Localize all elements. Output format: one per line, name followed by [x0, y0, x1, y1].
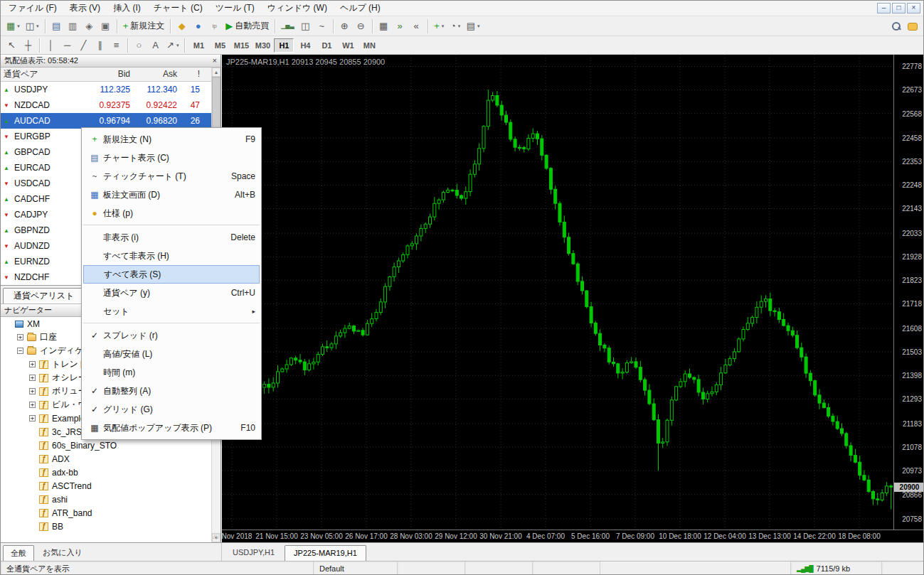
vertical-line-button[interactable]: │	[43, 38, 59, 53]
community-chat-icon[interactable]	[908, 23, 918, 31]
time-axis[interactable]: 20 Nov 201821 Nov 15:0023 Nov 05:0026 No…	[222, 530, 924, 542]
menu-item[interactable]: ツール (T)	[209, 0, 261, 16]
tile-windows-button[interactable]: ▦	[376, 18, 392, 34]
timeframe-h1-button[interactable]: H1	[274, 38, 294, 53]
context-menu-item[interactable]: すべて表示 (S)	[83, 265, 260, 284]
new-order-button[interactable]: +新規注文	[120, 18, 168, 34]
metaeditor-button[interactable]: ◆	[174, 18, 190, 34]
navigator-tab-favorites[interactable]: お気に入り	[36, 545, 90, 561]
context-menu-item[interactable]: ✓自動整列 (A)	[82, 382, 261, 400]
expander-icon[interactable]: +	[17, 334, 23, 340]
close-icon[interactable]: ×	[213, 57, 217, 65]
context-menu-item[interactable]: ●仕様 (p)	[82, 204, 261, 222]
periods-button[interactable]: ◔▾	[447, 18, 464, 34]
indicators-button[interactable]: +▾	[431, 18, 447, 34]
menu-item[interactable]: ウィンドウ (W)	[261, 0, 334, 16]
expander-icon[interactable]: +	[29, 361, 36, 367]
tree-item[interactable]: ƒADX	[1, 452, 211, 466]
market-watch-header-bar[interactable]: 気配値表示: 05:58:42 ×	[1, 55, 221, 68]
market-watch-row[interactable]: ▼NZDCAD0.923750.9242247	[1, 97, 211, 113]
timeframe-m15-button[interactable]: M15	[231, 38, 251, 53]
context-menu-item[interactable]: ▤チャート表示 (C)	[82, 149, 261, 167]
data-window-button[interactable]: ▥	[65, 18, 81, 34]
search-icon[interactable]	[892, 22, 901, 31]
text-button[interactable]: A	[147, 38, 164, 53]
tree-item[interactable]: ƒATR_band	[1, 506, 211, 520]
mql5-community-button[interactable]: ●	[190, 18, 206, 34]
vps-button[interactable]: ip	[206, 18, 223, 34]
status-profile[interactable]: Default	[314, 561, 398, 575]
profiles-button[interactable]: ◫▾	[23, 18, 42, 34]
bar-chart-button[interactable]: ▁▅▃	[278, 18, 297, 34]
minimize-button[interactable]: –	[877, 3, 891, 14]
market-watch-button[interactable]: ▤	[48, 18, 65, 34]
market-watch-row[interactable]: ▲AUDCAD0.967940.9682026	[1, 113, 211, 129]
trendline-button[interactable]: ╱	[75, 38, 92, 53]
context-menu-item[interactable]: 時間 (m)	[82, 363, 261, 382]
context-menu-item[interactable]: すべて非表示 (H)	[82, 247, 261, 265]
templates-button[interactable]: ▤▾	[464, 18, 483, 34]
tree-item[interactable]: ƒASCTrend	[1, 479, 211, 493]
expander-icon[interactable]: +	[29, 402, 36, 408]
menu-item[interactable]: ヘルプ (H)	[334, 0, 387, 16]
horizontal-line-button[interactable]: ─	[59, 38, 75, 53]
zoom-in-button[interactable]: ⊕	[336, 18, 353, 34]
tree-item[interactable]: ƒashi	[1, 493, 211, 506]
autotrading-button[interactable]: ▶自動売買	[223, 18, 272, 34]
shapes-button[interactable]: ○	[131, 38, 147, 53]
new-chart-button[interactable]: ▦▾	[4, 18, 23, 34]
line-chart-button[interactable]: ~	[314, 18, 330, 34]
chart-tab[interactable]: USDJPY,H1	[224, 545, 283, 561]
navigator-tab-common[interactable]: 全般	[3, 545, 34, 561]
context-menu-item[interactable]: 高値/安値 (L)	[82, 345, 261, 363]
tree-item[interactable]: ƒadx-bb	[1, 466, 211, 479]
chart-shift-button[interactable]: «	[408, 18, 425, 34]
timeframe-d1-button[interactable]: D1	[317, 38, 336, 53]
context-menu-item[interactable]: ✓グリッド (G)	[82, 400, 261, 419]
menu-item[interactable]: チャート (C)	[147, 0, 209, 16]
scroll-up-icon[interactable]: ▲	[212, 68, 221, 77]
timeframe-w1-button[interactable]: W1	[338, 38, 358, 53]
expander-icon[interactable]: −	[17, 348, 23, 354]
timeframe-m1-button[interactable]: M1	[188, 38, 208, 53]
context-menu-item[interactable]: 非表示 (i)Delete	[82, 228, 261, 247]
restore-button[interactable]: □	[892, 3, 906, 14]
chart-tab[interactable]: JP225-MAR19,H1	[285, 545, 366, 561]
zoom-out-button[interactable]: ⊖	[353, 18, 369, 34]
candlestick-chart[interactable]	[222, 55, 893, 530]
equidistant-channel-button[interactable]: ∥	[92, 38, 108, 53]
navigator-button[interactable]: ◈	[81, 18, 97, 34]
timeframe-m30-button[interactable]: M30	[253, 38, 272, 53]
tab-symbol-list[interactable]: 通貨ペアリスト	[3, 288, 85, 304]
column-header[interactable]: !	[181, 68, 203, 81]
cursor-button[interactable]: ↖	[4, 38, 20, 53]
context-menu-item[interactable]: ▦気配値ポップアップ表示 (P)F10	[82, 419, 261, 437]
timeframe-m5-button[interactable]: M5	[210, 38, 230, 53]
expander-icon[interactable]: +	[29, 415, 36, 421]
tree-item[interactable]: ƒ60s_Binary_STO	[1, 439, 211, 452]
expander-icon[interactable]: +	[29, 375, 36, 381]
menu-item[interactable]: 表示 (V)	[63, 0, 107, 16]
column-header[interactable]: Bid	[80, 68, 134, 81]
chart-window[interactable]: JP225-MAR19,H1 20913 20945 20855 20900 2…	[222, 55, 924, 542]
column-header[interactable]: 通貨ペア	[1, 68, 80, 81]
market-watch-row[interactable]: ▲USDJPY112.325112.34015	[1, 82, 211, 97]
fibonacci-button[interactable]: ≡	[108, 38, 124, 53]
arrow-objects-button[interactable]: ↗▾	[164, 38, 181, 53]
context-menu-item[interactable]: 通貨ペア (y)Ctrl+U	[82, 284, 261, 302]
tree-item[interactable]: ƒBB	[1, 520, 211, 533]
candlestick-chart-button[interactable]: ◫	[297, 18, 314, 34]
menu-item[interactable]: ファイル (F)	[2, 0, 63, 16]
crosshair-button[interactable]: ┼	[20, 38, 36, 53]
context-menu-item[interactable]: +新規注文 (N)F9	[82, 130, 261, 149]
timeframe-mn-button[interactable]: MN	[359, 38, 379, 53]
menu-item[interactable]: 挿入 (I)	[107, 0, 147, 16]
context-menu-item[interactable]: セット▸	[82, 302, 261, 321]
context-menu-item[interactable]: ~ティックチャート (T)Space	[82, 167, 261, 186]
timeframe-h4-button[interactable]: H4	[295, 38, 315, 53]
auto-scroll-button[interactable]: »	[392, 18, 408, 34]
column-header[interactable]: Ask	[134, 68, 181, 81]
context-menu-item[interactable]: ▦板注文画面 (D)Alt+B	[82, 186, 261, 204]
close-button[interactable]: ×	[907, 3, 920, 14]
context-menu-item[interactable]: ✓スプレッド (r)	[82, 326, 261, 345]
